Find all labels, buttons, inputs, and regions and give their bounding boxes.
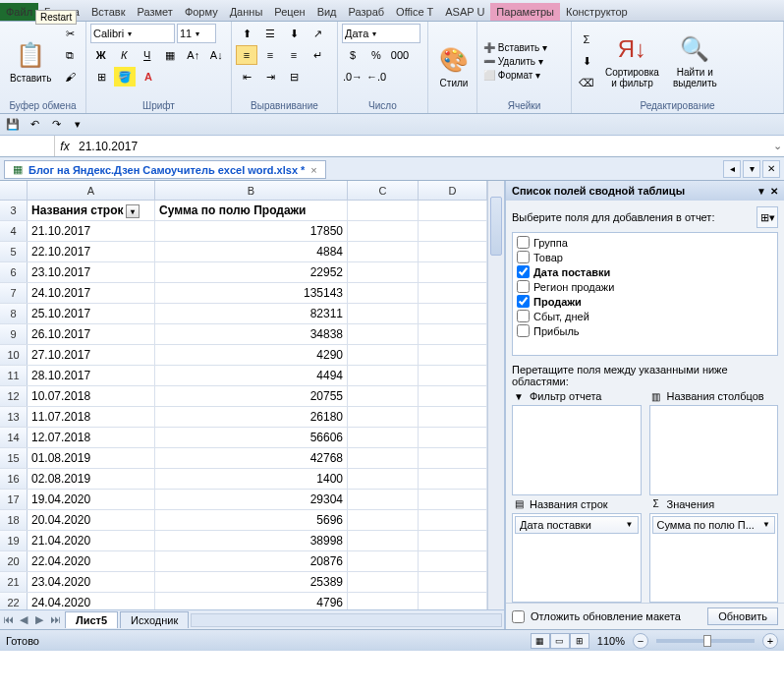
fx-button[interactable]: fx xyxy=(55,140,75,153)
qat-more-button[interactable]: ▾ xyxy=(69,116,86,134)
cell[interactable] xyxy=(419,366,487,385)
find-select-button[interactable]: 🔍 Найти и выделить xyxy=(667,24,723,98)
horizontal-scrollbar[interactable] xyxy=(191,613,502,627)
row-header[interactable]: 21 xyxy=(0,572,28,592)
paste-button[interactable]: 📋 Вставить xyxy=(4,24,57,98)
borders-dropdown[interactable]: ⊞ xyxy=(90,67,112,87)
increase-indent-button[interactable]: ⇥ xyxy=(259,67,281,87)
update-button[interactable]: Обновить xyxy=(707,607,778,625)
cell[interactable]: 21.04.2020 xyxy=(28,531,155,550)
cell[interactable] xyxy=(419,221,487,241)
field-item[interactable]: Продажи xyxy=(515,294,775,309)
qat-undo-button[interactable]: ↶ xyxy=(26,116,43,134)
row-header[interactable]: 9 xyxy=(0,324,28,344)
tab-close-button[interactable]: ✕ xyxy=(762,160,780,178)
tab-pivottable-options[interactable]: Параметры xyxy=(490,3,560,21)
cell[interactable] xyxy=(419,510,487,530)
fill-color-button[interactable]: 🪣 xyxy=(114,67,136,87)
field-checkbox[interactable] xyxy=(517,251,530,263)
qat-save-button[interactable]: 💾 xyxy=(4,116,22,134)
panel-menu-button[interactable]: ▼ xyxy=(756,186,766,197)
cell[interactable] xyxy=(348,551,419,571)
row-header[interactable]: 7 xyxy=(0,283,28,303)
sheet-nav-last[interactable]: ⏭ xyxy=(47,613,63,626)
cell[interactable] xyxy=(348,386,419,406)
format-cells-button[interactable]: ⬜ Формат ▾ xyxy=(481,69,567,82)
row-header[interactable]: 12 xyxy=(0,386,28,406)
row-header[interactable]: 8 xyxy=(0,304,28,323)
drop-zone-filter[interactable] xyxy=(512,405,642,495)
row-header[interactable]: 17 xyxy=(0,490,28,509)
tab-officetab[interactable]: Office T xyxy=(390,3,439,21)
col-header-b[interactable]: B xyxy=(155,181,348,200)
cell[interactable]: 01.08.2019 xyxy=(28,448,155,468)
decrease-decimal-button[interactable]: ←.0 xyxy=(365,67,387,87)
file-tab[interactable]: Файл xyxy=(0,3,38,21)
cell[interactable] xyxy=(419,531,487,550)
qat-redo-button[interactable]: ↷ xyxy=(47,116,65,134)
tab-nav-next[interactable]: ▾ xyxy=(743,160,760,178)
underline-button[interactable]: Ч xyxy=(137,45,158,65)
cell[interactable] xyxy=(348,242,419,261)
drop-zone-columns[interactable] xyxy=(649,405,779,495)
row-header[interactable]: 5 xyxy=(0,242,28,261)
tab-formulas[interactable]: Форму xyxy=(179,3,224,21)
row-header[interactable]: 18 xyxy=(0,510,28,530)
sheet-nav-prev[interactable]: ◀ xyxy=(16,613,31,626)
cell[interactable]: 1400 xyxy=(155,469,348,489)
cell[interactable]: 82311 xyxy=(155,304,348,323)
cell[interactable] xyxy=(419,593,487,609)
cell[interactable]: 25389 xyxy=(155,572,348,592)
align-bottom-button[interactable]: ⬇ xyxy=(283,24,305,43)
cell[interactable]: 4884 xyxy=(155,242,348,261)
align-right-button[interactable]: ≡ xyxy=(283,45,305,65)
orientation-button[interactable]: ↗ xyxy=(307,24,328,43)
row-header[interactable]: 3 xyxy=(0,201,28,220)
row-header[interactable]: 4 xyxy=(0,221,28,241)
cell[interactable]: 10.07.2018 xyxy=(28,386,155,406)
cell[interactable]: 22952 xyxy=(155,262,348,282)
cell[interactable]: 56606 xyxy=(155,428,348,447)
cell[interactable]: 20876 xyxy=(155,551,348,571)
col-header-a[interactable]: A xyxy=(28,181,155,200)
cell[interactable] xyxy=(419,469,487,489)
name-box[interactable] xyxy=(0,136,55,156)
row-header[interactable]: 20 xyxy=(0,551,28,571)
italic-button[interactable]: К xyxy=(114,45,136,65)
field-item[interactable]: Сбыт, дней xyxy=(515,309,775,323)
drop-zone-values[interactable]: Сумма по полю П...▼ xyxy=(649,513,779,604)
cell[interactable] xyxy=(419,304,487,323)
row-header[interactable]: 6 xyxy=(0,262,28,282)
sheet-tab-active[interactable]: Лист5 xyxy=(65,611,118,628)
tab-view[interactable]: Вид xyxy=(311,3,343,21)
increase-decimal-button[interactable]: .0→ xyxy=(342,67,364,87)
tab-nav-prev[interactable]: ◂ xyxy=(723,160,741,178)
cell[interactable] xyxy=(419,448,487,468)
cell[interactable]: 24.10.2017 xyxy=(28,283,155,303)
row-header[interactable]: 11 xyxy=(0,366,28,385)
tab-pivottable-design[interactable]: Конструктор xyxy=(560,3,634,21)
close-tab-button[interactable]: × xyxy=(310,164,316,176)
cell[interactable] xyxy=(348,407,419,427)
cell[interactable] xyxy=(419,572,487,592)
panel-close-button[interactable]: ✕ xyxy=(770,186,778,197)
bold-button[interactable]: Ж xyxy=(90,45,112,65)
tab-pagelayout[interactable]: Размет xyxy=(132,3,179,21)
cell[interactable]: 23.04.2020 xyxy=(28,572,155,592)
cell[interactable]: 34838 xyxy=(155,324,348,344)
cell[interactable]: 21.10.2017 xyxy=(28,221,155,241)
cell[interactable]: 4290 xyxy=(155,345,348,365)
cell[interactable] xyxy=(348,201,419,220)
tab-insert[interactable]: Вставк xyxy=(85,3,132,21)
cell[interactable] xyxy=(348,510,419,530)
cell[interactable] xyxy=(419,407,487,427)
cell[interactable] xyxy=(419,283,487,303)
document-tab[interactable]: ▦ Блог на Яндекс.Дзен Самоучитель excel … xyxy=(4,160,326,179)
decrease-font-button[interactable]: A↓ xyxy=(206,45,228,65)
align-center-button[interactable]: ≡ xyxy=(259,45,281,65)
cell[interactable]: 4494 xyxy=(155,366,348,385)
cell[interactable]: 19.04.2020 xyxy=(28,490,155,509)
cell[interactable] xyxy=(348,448,419,468)
row-header[interactable]: 15 xyxy=(0,448,28,468)
font-name-combo[interactable]: Calibri▾ xyxy=(90,24,175,43)
